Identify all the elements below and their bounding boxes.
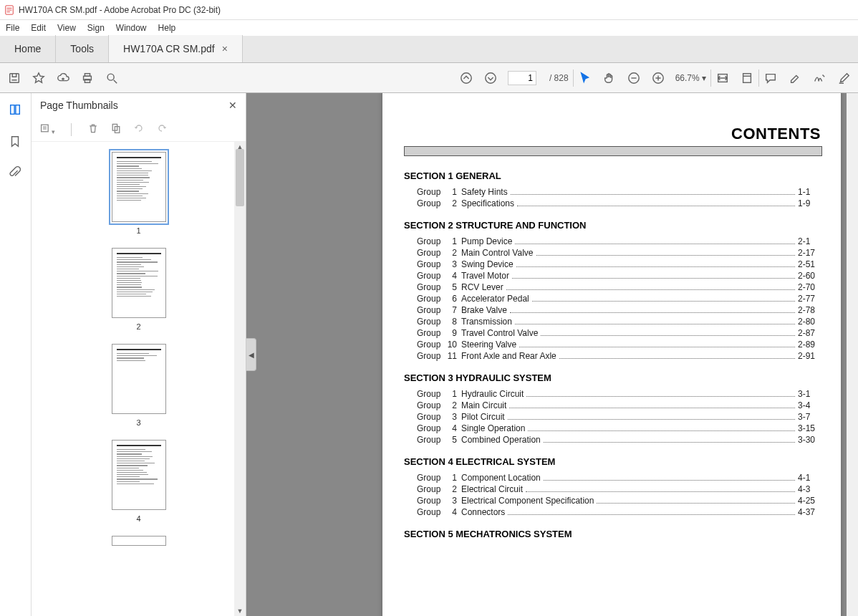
toc-dots (559, 358, 795, 359)
menu-sign[interactable]: Sign (87, 23, 105, 33)
toc-dots (597, 503, 795, 504)
toc-group-number: 3 (445, 412, 457, 422)
toc-dots (526, 491, 795, 492)
toc-group-number: 1 (445, 236, 457, 246)
toc-dots (544, 480, 795, 481)
toc-group-name: Specifications (461, 198, 514, 208)
tab-document-active[interactable]: HW170A CR SM.pdf × (109, 35, 243, 62)
menu-view[interactable]: View (57, 23, 76, 33)
selection-arrow-icon[interactable] (578, 71, 592, 85)
document-view[interactable]: ◀ CONTENTS SECTION 1 GENERALGroup1Safety… (246, 93, 858, 616)
toc-row: Group1Safety Hints1-1 (417, 187, 822, 197)
menu-file[interactable]: File (6, 23, 19, 33)
document-tabs: Home Tools HW170A CR SM.pdf × (0, 36, 858, 63)
toc-page-ref: 3-15 (798, 423, 822, 433)
bookmark-rail-icon[interactable] (9, 135, 23, 149)
thumbnail-page[interactable] (112, 344, 166, 414)
toc-dots (515, 324, 795, 324)
toc-page-ref: 2-51 (798, 259, 822, 269)
comment-icon[interactable] (763, 71, 778, 85)
star-icon[interactable] (32, 71, 46, 85)
zoom-out-icon[interactable] (627, 71, 641, 85)
toc-page-ref: 3-1 (798, 389, 822, 399)
sign-icon[interactable] (812, 71, 826, 85)
delete-page-icon[interactable] (87, 122, 99, 136)
collapse-panel-handle[interactable]: ◀ (246, 338, 256, 371)
toc-group-label: Group (417, 305, 445, 315)
tab-document-label: HW170A CR SM.pdf (123, 43, 215, 54)
scroll-down-icon[interactable]: ▼ (234, 606, 246, 616)
cloud-upload-icon[interactable] (56, 71, 70, 85)
search-icon[interactable] (105, 71, 119, 85)
toc-dots (512, 278, 795, 279)
close-panel-icon[interactable]: ✕ (228, 100, 237, 111)
rotate-cw-icon[interactable] (156, 122, 168, 136)
toc-group-label: Group (417, 248, 445, 258)
toc-group-number: 6 (445, 294, 457, 304)
fit-width-icon[interactable] (715, 71, 730, 85)
print-icon[interactable] (80, 71, 95, 85)
hand-tool-icon[interactable] (602, 71, 617, 85)
toc-group-number: 2 (445, 198, 457, 208)
svg-rect-3 (85, 73, 90, 76)
page-up-icon[interactable] (459, 71, 473, 85)
tab-tools[interactable]: Tools (56, 35, 109, 62)
thumbnail-page[interactable] (112, 248, 166, 318)
toc-dots (526, 396, 795, 397)
zoom-level[interactable]: 66.7% ▾ (675, 73, 706, 83)
toc-group-number: 7 (445, 305, 457, 315)
toc-group-name: Steering Valve (461, 340, 516, 350)
thumbnail-item[interactable]: 3 (32, 344, 246, 427)
toc-group-label: Group (417, 187, 445, 197)
highlight-icon[interactable] (788, 71, 802, 85)
thumbnails-list[interactable]: ▲ ▼ 1234 (32, 142, 246, 616)
document-scrollbar[interactable] (847, 93, 858, 616)
svg-point-6 (461, 72, 471, 82)
toc-group-name: Main Circuit (461, 400, 506, 410)
attachments-rail-icon[interactable] (9, 166, 23, 181)
thumbnails-rail-icon[interactable] (9, 103, 23, 117)
menu-window[interactable]: Window (116, 23, 147, 33)
toc-group-name: Swing Device (461, 259, 514, 269)
scroll-handle[interactable] (236, 149, 244, 206)
toc-row: Group8Transmission2-80 (417, 317, 822, 327)
panel-title: Page Thumbnails (40, 100, 118, 111)
toc-group-name: Component Location (461, 473, 541, 483)
fit-page-icon[interactable] (740, 71, 754, 85)
toc-section-title: SECTION 3 HYDRAULIC SYSTEM (404, 372, 822, 383)
toc-group-number: 11 (445, 351, 457, 361)
toc-page-ref: 2-77 (798, 294, 822, 304)
thumbnail-item[interactable]: 1 (32, 152, 246, 235)
page-down-icon[interactable] (483, 71, 498, 85)
thumbnail-item[interactable]: 4 (32, 440, 246, 523)
toc-group-label: Group (417, 473, 445, 483)
thumbnail-page[interactable] (112, 440, 166, 510)
thumbnail-page[interactable] (112, 152, 166, 222)
zoom-in-icon[interactable] (651, 71, 665, 85)
toc-group-name: Travel Motor (461, 271, 509, 281)
toc-row: Group1Component Location4-1 (417, 473, 822, 483)
close-tab-icon[interactable]: × (222, 43, 228, 54)
toc-dots (544, 442, 795, 443)
toc-row: Group9Travel Control Valve2-87 (417, 328, 822, 338)
rotate-ccw-icon[interactable] (133, 122, 145, 136)
toc-row: Group4Single Operation3-15 (417, 423, 822, 433)
toc-page-ref: 4-3 (798, 484, 822, 494)
page-number-input[interactable] (508, 71, 536, 85)
menu-edit[interactable]: Edit (31, 23, 46, 33)
toc-group-label: Group (417, 236, 445, 246)
tab-home[interactable]: Home (0, 35, 56, 62)
toc-row: Group3Swing Device2-51 (417, 259, 822, 269)
toc-dots (517, 206, 795, 206)
thumbnail-item[interactable]: 2 (32, 248, 246, 331)
stamp-icon[interactable] (837, 71, 851, 85)
thumbnail-page[interactable] (112, 536, 166, 546)
thumb-options-icon[interactable]: ▾ (40, 122, 55, 136)
thumbnails-scrollbar[interactable]: ▲ ▼ (234, 142, 246, 616)
toc-group-number: 5 (445, 435, 457, 445)
toc-row: Group3Electrical Component Specification… (417, 496, 822, 506)
save-icon[interactable] (7, 71, 21, 85)
insert-page-icon[interactable] (110, 122, 122, 136)
toc-dots (509, 408, 795, 408)
menu-help[interactable]: Help (158, 23, 176, 33)
